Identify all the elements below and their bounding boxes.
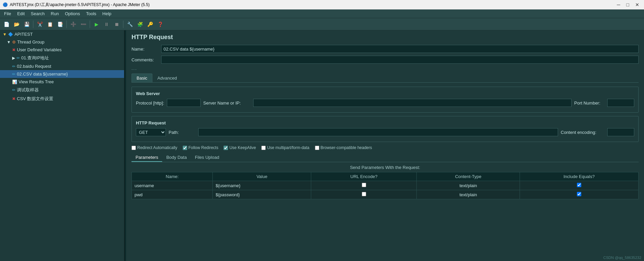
toolbar-help[interactable]: ❓ [156, 20, 165, 29]
toolbar-stop2[interactable]: ⏹ [112, 20, 121, 29]
name-label: Name: [131, 47, 158, 52]
follow-redirect-checkbox[interactable] [183, 146, 187, 150]
minimize-button[interactable]: ─ [615, 1, 622, 8]
param-contenttype-1: text/plain [417, 181, 520, 190]
sidebar-item-query-ip[interactable]: ▶ ✏ 01.查询IP地址 [0, 54, 124, 62]
query-icon: ✏ [17, 56, 20, 60]
server-label: Server Name or IP: [203, 100, 251, 106]
table-row: pwd ${password} text/plain [132, 190, 639, 199]
toolbar-sep2 [66, 21, 67, 28]
sidebar-item-csv-data[interactable]: ✏ 02.CSV data ${username} [0, 70, 124, 78]
toolbar-save[interactable]: 💾 [22, 20, 31, 29]
checkbox-follow-redirect[interactable]: Follow Redirects [183, 145, 218, 150]
toolbar-add[interactable]: ➕ [69, 20, 78, 29]
web-server-row: Protocol [http]: Server Name or IP: Port… [136, 99, 634, 107]
user-vars-icon: ✖ [12, 48, 16, 52]
sidebar-label-apitest: APITEST [14, 32, 33, 37]
menu-edit[interactable]: Edit [14, 10, 27, 17]
menu-help[interactable]: Help [100, 10, 114, 17]
sub-tab-body-data[interactable]: Body Data [162, 153, 191, 162]
menu-tools[interactable]: Tools [83, 10, 99, 17]
menu-search[interactable]: Search [28, 10, 47, 17]
multipart-checkbox[interactable] [261, 146, 266, 150]
param-value-1: ${username} [213, 181, 311, 190]
menu-run[interactable]: Run [48, 10, 62, 17]
param-includeequals-1[interactable] [520, 181, 638, 190]
toolbar-paste[interactable]: 📑 [56, 20, 64, 29]
server-input[interactable] [253, 99, 572, 107]
sidebar-item-thread-group[interactable]: ▼ ⚙ Thread Group [0, 38, 124, 46]
sidebar-item-view-results[interactable]: 📊 View Results Tree [0, 78, 124, 86]
sidebar-item-user-vars[interactable]: ✖ User Defined Variables [0, 46, 124, 54]
checkbox-keepalive[interactable]: Use KeepAlive [224, 145, 256, 150]
app-icon: 🔵 [3, 2, 8, 7]
close-button[interactable]: ✕ [633, 1, 641, 8]
browser-headers-checkbox[interactable] [315, 146, 319, 150]
web-server-section: Web Server Protocol [http]: Server Name … [131, 87, 639, 113]
menu-options[interactable]: Options [62, 10, 83, 17]
keepalive-checkbox[interactable] [224, 146, 228, 150]
toolbar-remove[interactable]: ➖ [79, 20, 88, 29]
protocol-input[interactable] [167, 99, 201, 107]
toolbar-open[interactable]: 📂 [12, 20, 21, 29]
toolbar-settings[interactable]: 🔧 [125, 20, 134, 29]
menu-file[interactable]: File [1, 10, 14, 17]
window-title: APITEST.jmx (D:\工具\apache-jmeter-5.5\API… [10, 2, 150, 8]
includeequals-checkbox-2[interactable] [577, 192, 581, 196]
sub-tabs: Parameters Body Data Files Upload [131, 153, 639, 162]
comments-label: Comments: [131, 57, 158, 62]
col-include-equals: Include Equals? [520, 172, 638, 181]
toolbar-new[interactable]: 📄 [2, 20, 11, 29]
apitest-logo-icon: 🔷 [8, 32, 13, 37]
maximize-button[interactable]: □ [624, 1, 631, 8]
comments-input[interactable] [161, 56, 639, 64]
csv-icon: ✏ [12, 72, 16, 77]
checkboxes-row: Redirect Automatically Follow Redirects … [131, 145, 639, 150]
toolbar-plugin[interactable]: 🧩 [136, 20, 144, 29]
sidebar-item-baidu-req[interactable]: ✏ 02.baidu Request [0, 62, 124, 70]
params-table: Name: Value URL Encode? Content-Type Inc… [131, 172, 639, 199]
http-request-header: HTTP Request [136, 120, 634, 125]
sampler-icon: ✏ [12, 88, 16, 92]
urlencode-checkbox-1[interactable] [362, 183, 366, 187]
param-urlencode-1[interactable] [311, 181, 417, 190]
toolbar-copy[interactable]: 📋 [46, 20, 54, 29]
sidebar: ▼ 🔷 APITEST ▼ ⚙ Thread Group ✖ User Defi… [0, 30, 125, 261]
sidebar-item-debug-sampler[interactable]: ✏ 调试取样器 [0, 86, 124, 94]
keepalive-label: Use KeepAlive [229, 145, 256, 150]
encoding-input[interactable] [607, 128, 634, 136]
http-request-section: HTTP Request GET POST PUT DELETE HEAD OP… [131, 116, 639, 142]
includeequals-checkbox-1[interactable] [577, 183, 581, 187]
param-urlencode-2[interactable] [311, 190, 417, 199]
sub-tab-files-upload[interactable]: Files Upload [191, 153, 223, 162]
tab-advanced[interactable]: Advanced [152, 74, 182, 82]
multipart-label: Use multipart/form-data [267, 145, 309, 150]
main-tabs: Basic Advanced [131, 74, 639, 83]
sidebar-item-apitest[interactable]: ▼ 🔷 APITEST [0, 30, 124, 38]
urlencode-checkbox-2[interactable] [362, 192, 366, 196]
redirect-auto-checkbox[interactable] [131, 146, 136, 150]
path-input[interactable] [198, 128, 558, 136]
checkbox-redirect-auto[interactable]: Redirect Automatically [131, 145, 177, 150]
toolbar-key[interactable]: 🔑 [146, 20, 154, 29]
col-name: Name: [132, 172, 213, 181]
checkbox-multipart[interactable]: Use multipart/form-data [261, 145, 309, 150]
content-panel: HTTP Request Name: Comments: ... Basic A… [126, 30, 644, 261]
name-input[interactable] [161, 45, 639, 53]
toolbar-run[interactable]: ▶ [92, 20, 101, 29]
param-includeequals-2[interactable] [520, 190, 638, 199]
tab-basic[interactable]: Basic [131, 74, 152, 82]
send-params-header: Send Parameters With the Request: [131, 165, 639, 170]
checkbox-browser-headers[interactable]: Browser-compatible headers [315, 145, 372, 150]
toolbar-stop[interactable]: ⏸ [102, 20, 111, 29]
sidebar-item-csv-config[interactable]: ✖ CSV 数据文件设置 [0, 94, 124, 103]
name-row: Name: [131, 45, 639, 53]
follow-redirect-label: Follow Redirects [188, 145, 218, 150]
toolbar-cut[interactable]: ✂️ [35, 20, 44, 29]
port-input[interactable] [607, 99, 634, 107]
sub-tab-parameters[interactable]: Parameters [131, 153, 162, 162]
method-select[interactable]: GET POST PUT DELETE HEAD OPTIONS PATCH [136, 128, 166, 136]
watermark: CSDN @qq_58635232 [603, 256, 641, 260]
baidu-icon: ✏ [12, 64, 16, 69]
col-value: Value [213, 172, 311, 181]
